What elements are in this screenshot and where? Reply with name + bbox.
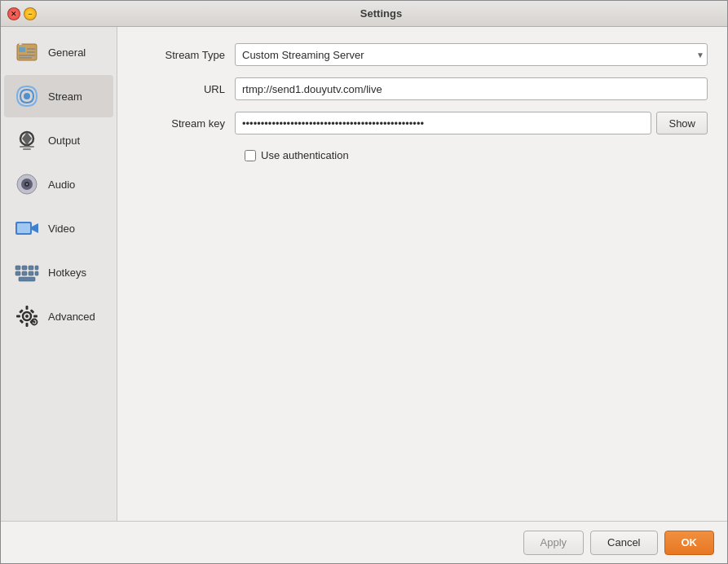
stream-type-label: Stream Type [137,49,235,61]
show-stream-key-button[interactable]: Show [656,112,708,134]
sidebar-item-output[interactable]: Output [4,119,113,161]
svg-point-7 [24,93,30,99]
stream-key-input-group: Show [235,112,708,134]
url-row: URL [137,77,708,100]
url-control [235,77,708,100]
svg-rect-34 [20,319,24,324]
hotkeys-icon [14,259,40,285]
sidebar-label-video: Video [48,223,75,235]
sidebar-item-general[interactable]: General [4,31,113,73]
advanced-icon [14,303,40,329]
settings-window: ✕ − Settings [0,0,728,564]
svg-marker-16 [32,223,38,233]
stream-type-control: Custom Streaming Server ▼ [235,43,708,66]
sidebar-label-audio: Audio [48,178,75,191]
sidebar-item-video[interactable]: Video [4,207,113,249]
output-icon [14,127,40,153]
sidebar-item-advanced[interactable]: Advanced [4,295,113,337]
svg-rect-23 [29,271,33,275]
svg-point-37 [33,321,36,324]
stream-key-input[interactable] [235,112,651,134]
stream-key-control: Show [235,112,708,134]
ok-button[interactable]: OK [664,531,715,555]
url-label: URL [137,83,235,95]
stream-type-row: Stream Type Custom Streaming Server ▼ [137,43,708,66]
svg-rect-15 [17,223,30,233]
titlebar: ✕ − Settings [1,1,727,27]
main-panel: Stream Type Custom Streaming Server ▼ UR… [117,27,727,521]
sidebar-label-hotkeys: Hotkeys [48,267,86,279]
use-auth-row: Use authentication [245,149,708,161]
svg-rect-17 [15,266,20,270]
footer: Apply Cancel OK [1,521,727,563]
stream-key-label: Stream key [137,117,235,130]
general-icon [14,39,40,65]
svg-rect-28 [26,306,29,310]
svg-rect-32 [19,309,24,314]
audio-icon [14,171,40,197]
svg-point-13 [26,183,28,185]
svg-rect-31 [33,315,38,318]
content-area: General Strea [1,27,727,521]
sidebar-item-stream[interactable]: Stream [4,75,113,117]
cancel-button[interactable]: Cancel [590,531,657,555]
stream-type-select[interactable]: Custom Streaming Server [235,43,708,66]
svg-rect-19 [29,266,33,270]
video-icon [14,215,40,241]
sidebar-label-stream: Stream [48,90,82,103]
svg-rect-18 [22,266,27,270]
stream-key-row: Stream key Show [137,112,708,134]
svg-rect-22 [22,271,27,275]
svg-rect-29 [26,323,29,327]
sidebar-label-output: Output [48,134,80,147]
stream-type-select-wrapper: Custom Streaming Server ▼ [235,43,708,66]
svg-rect-21 [15,271,20,275]
minimize-button[interactable]: − [24,7,37,20]
close-button[interactable]: ✕ [7,7,20,20]
use-auth-checkbox[interactable] [245,150,256,161]
svg-point-27 [25,315,29,318]
sidebar: General Strea [1,27,117,521]
svg-rect-24 [35,271,38,275]
sidebar-item-hotkeys[interactable]: Hotkeys [4,251,113,293]
sidebar-label-general: General [48,46,86,59]
svg-rect-25 [19,277,35,281]
titlebar-buttons: ✕ − [7,7,37,20]
svg-rect-30 [16,315,20,318]
svg-marker-6 [19,42,22,45]
stream-icon [14,83,40,109]
url-input[interactable] [235,77,708,100]
sidebar-item-audio[interactable]: Audio [4,163,113,205]
apply-button[interactable]: Apply [523,531,585,555]
sidebar-label-advanced: Advanced [48,311,95,323]
window-title: Settings [42,7,721,20]
use-auth-label[interactable]: Use authentication [261,149,349,161]
svg-rect-1 [19,47,25,52]
svg-rect-20 [35,266,38,270]
